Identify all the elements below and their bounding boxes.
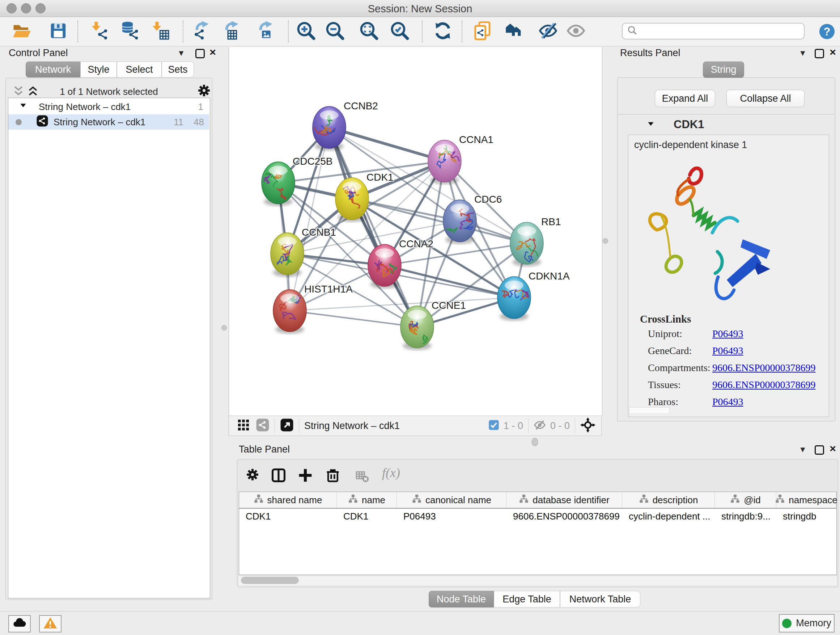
tab-network-table[interactable]: Network Table — [560, 591, 640, 608]
network-node-CDC6[interactable]: CDC6 — [443, 194, 502, 244]
column-header-canonical-name[interactable]: canonical name — [397, 492, 507, 508]
attribute-icon — [639, 494, 649, 507]
tab-style[interactable]: Style — [80, 62, 117, 78]
table-panel-menu-icon[interactable]: ▼ — [799, 445, 807, 454]
refresh-button[interactable] — [433, 21, 453, 42]
table-hscrollbar-track[interactable] — [239, 576, 837, 585]
table-options-gear-icon[interactable] — [245, 467, 260, 483]
warnings-button[interactable] — [39, 615, 62, 632]
save-session-icon — [49, 21, 68, 42]
expand-all-button[interactable]: Expand All — [655, 90, 715, 107]
add-column-icon[interactable] — [297, 467, 313, 485]
network-row-selected[interactable]: String Network – cdk1 11 48 — [8, 114, 209, 130]
table-panel-close-icon[interactable]: ✕ — [829, 445, 836, 453]
clone-network-icon — [473, 21, 493, 42]
zoom-in-button[interactable] — [296, 21, 316, 42]
column-header-shared-name[interactable]: shared name — [239, 492, 337, 508]
hide-graphics-button[interactable] — [538, 21, 558, 42]
crosslink-link[interactable]: P06493 — [712, 345, 744, 356]
hidden-elements-icon[interactable] — [534, 419, 546, 432]
network-node-CCNB1[interactable]: CCNB1 — [271, 226, 336, 277]
network-node-HIST1H1A[interactable]: HIST1H1A — [273, 283, 353, 334]
network-node-CCNE1[interactable]: CCNE1 — [401, 300, 466, 350]
import-network-button[interactable] — [89, 21, 110, 42]
results-hscrollbar[interactable] — [629, 407, 669, 414]
tab-string[interactable]: String — [703, 62, 744, 78]
network-options-gear-icon[interactable] — [197, 83, 211, 99]
bundled-apps-button[interactable] — [504, 21, 524, 42]
table-panel-float-icon[interactable] — [815, 445, 824, 455]
export-network-button[interactable] — [193, 21, 213, 42]
zoom-fit-button[interactable] — [359, 21, 379, 42]
open-session-button[interactable] — [11, 21, 32, 42]
results-panel-close-icon[interactable]: ✕ — [829, 48, 836, 57]
column-header--id[interactable]: @id — [715, 492, 776, 508]
bundled-apps-icon — [505, 21, 524, 42]
clone-network-button[interactable] — [472, 21, 493, 42]
node-label: HIST1H1A — [304, 283, 353, 295]
node-table[interactable]: shared namenamecanonical namedatabase id… — [239, 492, 837, 575]
column-header-database-identifier[interactable]: database identifier — [507, 492, 622, 508]
tab-select[interactable]: Select — [117, 62, 162, 78]
search-input[interactable] — [638, 25, 795, 37]
cdk1-section-title: CDK1 — [674, 118, 704, 131]
crosslink-link[interactable]: 9606.ENSP00000378699 — [712, 362, 815, 373]
results-panel-float-icon[interactable] — [815, 49, 824, 58]
export-image-button[interactable] — [256, 21, 276, 42]
network-node-CDKN1A[interactable]: CDKN1A — [497, 271, 570, 321]
control-panel-close-icon[interactable]: ✕ — [209, 48, 216, 57]
import-database-button[interactable] — [120, 21, 141, 42]
table-row[interactable]: CDK1CDK1P064939606.ENSP00000378699cyclin… — [239, 509, 836, 524]
selected-nodes-checkbox[interactable] — [488, 420, 499, 432]
tab-node-table[interactable]: Node Table — [429, 591, 494, 608]
network-node-RB1[interactable]: RB1 — [510, 216, 561, 266]
left-splitter-handle[interactable] — [221, 325, 227, 331]
table-cell: CDK1 — [239, 509, 337, 524]
crosslink-link[interactable]: P06493 — [712, 396, 744, 407]
memory-button[interactable]: Memory — [779, 614, 835, 632]
divider — [275, 418, 275, 433]
network-node-CCNB2[interactable]: CCNB2 — [313, 100, 378, 150]
save-session-button[interactable] — [48, 21, 68, 42]
delete-table-icon — [355, 470, 369, 485]
network-collection-row[interactable]: String Network – cdk1 1 — [8, 99, 209, 114]
show-graphics-button[interactable] — [566, 21, 586, 42]
import-table-button[interactable] — [150, 21, 171, 42]
export-table-button[interactable] — [222, 21, 242, 42]
tab-edge-table[interactable]: Edge Table — [494, 591, 560, 608]
column-header-name[interactable]: name — [337, 492, 397, 508]
collection-count: 1 — [198, 101, 203, 112]
right-splitter-handle[interactable] — [603, 238, 608, 244]
cdk1-collapse-triangle-icon[interactable] — [646, 119, 655, 130]
column-header-description[interactable]: description — [622, 492, 715, 508]
network-view-canvas[interactable]: CCNB2 CCNA1 CDC25B CDK1 CDC6 RB1 CCNB1 C… — [229, 47, 602, 416]
table-hscrollbar-thumb[interactable] — [241, 577, 299, 584]
import-network-icon — [90, 21, 109, 42]
collapse-triangle-icon[interactable] — [19, 101, 28, 113]
control-panel-menu-icon[interactable]: ▼ — [177, 49, 185, 58]
node-label: CDC6 — [474, 194, 502, 205]
toolbar-group-divider — [77, 21, 78, 42]
show-columns-icon[interactable] — [271, 467, 286, 485]
zoom-out-button[interactable] — [325, 21, 345, 42]
zoom-selected-button[interactable] — [390, 21, 410, 42]
column-header-namespace[interactable]: namespace — [776, 492, 836, 508]
crosslinks-title: CrossLinks — [640, 313, 691, 325]
fit-selected-crosshair-icon[interactable] — [580, 417, 595, 434]
table-tabs: Node TableEdge TableNetwork Table — [429, 591, 640, 608]
tab-network[interactable]: Network — [26, 62, 80, 78]
collection-label: String Network – cdk1 — [39, 101, 131, 112]
collapse-all-button[interactable]: Collapse All — [726, 90, 805, 107]
search-box[interactable] — [622, 23, 805, 40]
help-button[interactable]: ? — [817, 21, 837, 42]
results-panel-menu-icon[interactable]: ▼ — [799, 49, 807, 58]
cloud-button[interactable] — [8, 615, 31, 632]
tab-sets[interactable]: Sets — [162, 62, 194, 78]
control-panel-float-icon[interactable] — [195, 49, 205, 58]
string-network-icon — [36, 115, 49, 130]
birdseye-view-icon[interactable] — [280, 418, 294, 433]
crosslink-link[interactable]: 9606.ENSP00000378699 — [712, 379, 815, 390]
grid-view-icon[interactable] — [237, 418, 250, 433]
crosslink-link[interactable]: P06493 — [712, 328, 744, 339]
delete-column-icon[interactable] — [325, 467, 341, 485]
